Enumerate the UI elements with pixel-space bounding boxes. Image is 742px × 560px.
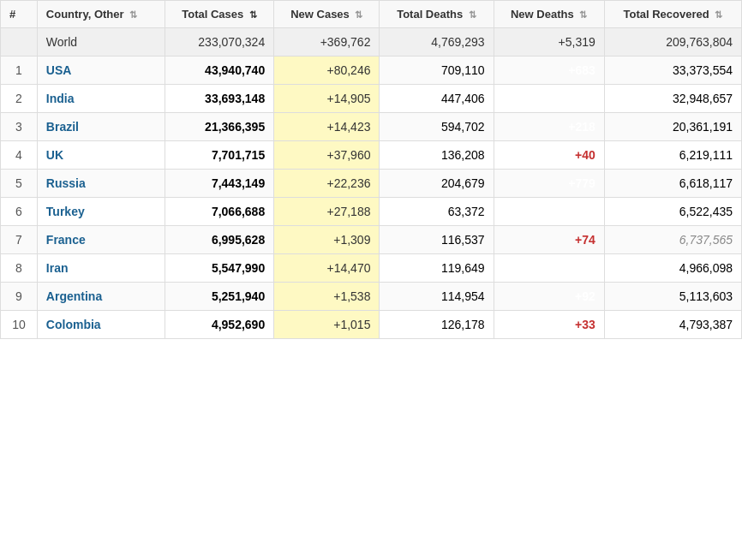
world-row: World 233,070,324 +369,762 4,769,293 +5,… bbox=[1, 28, 742, 57]
world-country: World bbox=[37, 28, 165, 57]
row-total-cases: 5,547,990 bbox=[165, 254, 273, 283]
header-new-deaths[interactable]: New Deaths ⇅ bbox=[494, 1, 604, 28]
row-new-deaths: +92 bbox=[494, 283, 604, 311]
row-rank: 6 bbox=[1, 198, 38, 226]
row-total-cases: 33,693,148 bbox=[165, 85, 273, 113]
row-total-recovered: 4,793,387 bbox=[604, 311, 741, 339]
country-link[interactable]: Iran bbox=[46, 261, 69, 275]
row-total-recovered: 20,361,191 bbox=[604, 113, 741, 141]
country-link[interactable]: Colombia bbox=[46, 318, 101, 331]
header-total-deaths[interactable]: Total Deaths ⇅ bbox=[380, 1, 494, 28]
row-new-deaths: +289 bbox=[494, 254, 604, 283]
table-row: 4 UK 7,701,715 +37,960 136,208 +40 6,219… bbox=[1, 141, 742, 170]
world-new-deaths: +5,319 bbox=[494, 28, 604, 57]
world-rank bbox=[1, 28, 38, 57]
row-total-deaths: 594,702 bbox=[380, 113, 494, 141]
table-row: 5 Russia 7,443,149 +22,236 204,679 +779 … bbox=[1, 170, 742, 198]
row-total-recovered: 4,966,098 bbox=[604, 254, 741, 283]
row-new-deaths: +218 bbox=[494, 113, 604, 141]
row-country[interactable]: Turkey bbox=[37, 198, 165, 226]
header-new-cases[interactable]: New Cases ⇅ bbox=[274, 1, 380, 28]
row-total-deaths: 126,178 bbox=[380, 311, 494, 339]
row-total-cases: 4,952,690 bbox=[165, 311, 273, 339]
row-total-cases: 43,940,740 bbox=[165, 57, 273, 85]
table-row: 2 India 33,693,148 +14,905 447,406 +181 … bbox=[1, 85, 742, 113]
table-row: 10 Colombia 4,952,690 +1,015 126,178 +33… bbox=[1, 311, 742, 339]
row-total-cases: 7,066,688 bbox=[165, 198, 273, 226]
row-new-deaths: +779 bbox=[494, 170, 604, 198]
row-new-deaths: +181 bbox=[494, 85, 604, 113]
row-rank: 1 bbox=[1, 57, 38, 85]
row-total-recovered: 33,373,554 bbox=[604, 57, 741, 85]
country-link[interactable]: India bbox=[46, 92, 75, 105]
table-row: 7 France 6,995,628 +1,309 116,537 +74 6,… bbox=[1, 226, 742, 254]
row-total-deaths: 709,110 bbox=[380, 57, 494, 85]
row-total-cases: 7,701,715 bbox=[165, 141, 273, 170]
header-total-cases[interactable]: Total Cases ⇅ bbox=[165, 1, 273, 28]
row-new-cases: +37,960 bbox=[274, 141, 380, 170]
header-country[interactable]: Country, Other ⇅ bbox=[37, 1, 165, 28]
row-new-cases: +14,470 bbox=[274, 254, 380, 283]
row-country[interactable]: Argentina bbox=[37, 283, 165, 311]
row-total-cases: 6,995,628 bbox=[165, 226, 273, 254]
covid-stats-table: # Country, Other ⇅ Total Cases ⇅ New Cas… bbox=[0, 0, 742, 339]
country-link[interactable]: UK bbox=[46, 148, 63, 162]
row-total-deaths: 447,406 bbox=[380, 85, 494, 113]
row-total-cases: 7,443,149 bbox=[165, 170, 273, 198]
sort-icon-total-recovered: ⇅ bbox=[715, 9, 722, 21]
header-rank: # bbox=[1, 1, 38, 28]
row-country[interactable]: Brazil bbox=[37, 113, 165, 141]
country-link[interactable]: USA bbox=[46, 63, 72, 77]
row-new-deaths: +206 bbox=[494, 198, 604, 226]
header-total-recovered[interactable]: Total Recovered ⇅ bbox=[604, 1, 741, 28]
row-country[interactable]: UK bbox=[37, 141, 165, 170]
row-country[interactable]: India bbox=[37, 85, 165, 113]
row-country[interactable]: Colombia bbox=[37, 311, 165, 339]
row-country[interactable]: Iran bbox=[37, 254, 165, 283]
row-new-cases: +1,015 bbox=[274, 311, 380, 339]
world-total-deaths: 4,769,293 bbox=[380, 28, 494, 57]
table-row: 9 Argentina 5,251,940 +1,538 114,954 +92… bbox=[1, 283, 742, 311]
row-new-cases: +80,246 bbox=[274, 57, 380, 85]
country-link[interactable]: Brazil bbox=[46, 120, 79, 134]
row-country[interactable]: USA bbox=[37, 57, 165, 85]
table-row: 8 Iran 5,547,990 +14,470 119,649 +289 4,… bbox=[1, 254, 742, 283]
table-row: 6 Turkey 7,066,688 +27,188 63,372 +206 6… bbox=[1, 198, 742, 226]
row-new-cases: +27,188 bbox=[274, 198, 380, 226]
sort-icon-total-cases: ⇅ bbox=[249, 9, 257, 21]
country-link[interactable]: Argentina bbox=[46, 289, 102, 303]
row-total-recovered: 5,113,603 bbox=[604, 283, 741, 311]
row-rank: 3 bbox=[1, 113, 38, 141]
country-link[interactable]: Russia bbox=[46, 176, 86, 190]
country-link[interactable]: Turkey bbox=[46, 205, 85, 218]
row-total-deaths: 204,679 bbox=[380, 170, 494, 198]
row-total-recovered: 6,737,565 bbox=[604, 226, 741, 254]
row-new-cases: +22,236 bbox=[274, 170, 380, 198]
row-rank: 8 bbox=[1, 254, 38, 283]
row-new-deaths: +33 bbox=[494, 311, 604, 339]
world-total-cases: 233,070,324 bbox=[165, 28, 273, 57]
row-total-cases: 21,366,395 bbox=[165, 113, 273, 141]
row-total-recovered: 6,219,111 bbox=[604, 141, 741, 170]
row-new-deaths: +683 bbox=[494, 57, 604, 85]
world-total-recovered: 209,763,804 bbox=[604, 28, 741, 57]
row-total-cases: 5,251,940 bbox=[165, 283, 273, 311]
sort-icon-new-deaths: ⇅ bbox=[579, 9, 587, 21]
row-new-cases: +1,538 bbox=[274, 283, 380, 311]
row-total-deaths: 136,208 bbox=[380, 141, 494, 170]
row-rank: 5 bbox=[1, 170, 38, 198]
row-total-recovered: 32,948,657 bbox=[604, 85, 741, 113]
row-total-deaths: 63,372 bbox=[380, 198, 494, 226]
row-country[interactable]: France bbox=[37, 226, 165, 254]
world-new-cases: +369,762 bbox=[274, 28, 380, 57]
row-total-deaths: 116,537 bbox=[380, 226, 494, 254]
table-row: 1 USA 43,940,740 +80,246 709,110 +683 33… bbox=[1, 57, 742, 85]
country-link[interactable]: France bbox=[46, 233, 86, 247]
sort-icon-new-cases: ⇅ bbox=[355, 9, 362, 21]
sort-icon-total-deaths: ⇅ bbox=[469, 9, 476, 21]
row-total-deaths: 114,954 bbox=[380, 283, 494, 311]
row-new-cases: +14,423 bbox=[274, 113, 380, 141]
table-row: 3 Brazil 21,366,395 +14,423 594,702 +218… bbox=[1, 113, 742, 141]
row-country[interactable]: Russia bbox=[37, 170, 165, 198]
row-total-recovered: 6,618,117 bbox=[604, 170, 741, 198]
